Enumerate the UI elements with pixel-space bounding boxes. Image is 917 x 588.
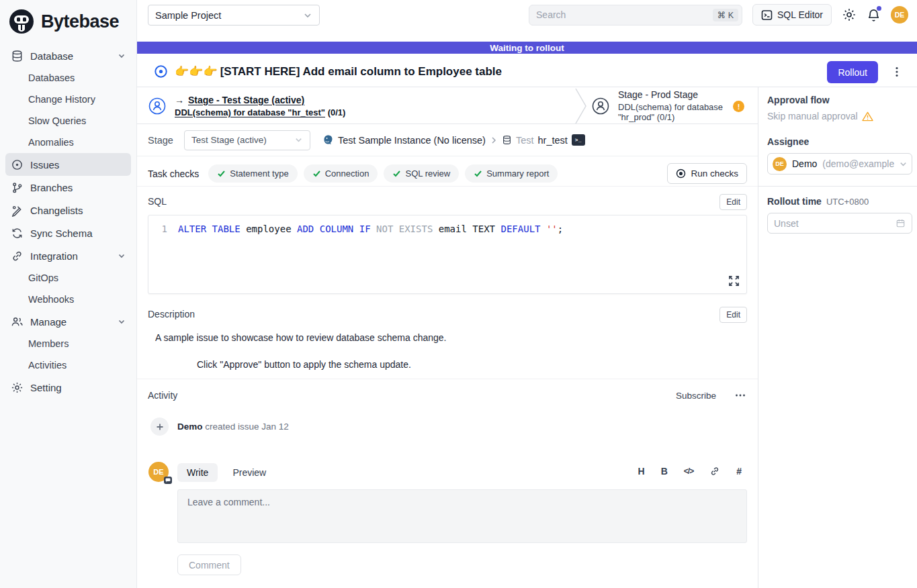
tab-write[interactable]: Write xyxy=(177,463,218,482)
stage-person-icon xyxy=(148,97,166,115)
stage-name: Stage - Prod Stage xyxy=(618,89,698,100)
comment-submit-button[interactable]: Comment xyxy=(177,554,241,575)
activity-label: Activity xyxy=(148,390,177,401)
bytebase-logo-icon xyxy=(8,8,35,35)
link-icon xyxy=(709,466,720,477)
sql-token: TEXT xyxy=(472,222,500,236)
database-icon xyxy=(11,50,24,62)
check-pill-sql-review[interactable]: SQL review xyxy=(384,164,459,183)
sidebar-item-label: Setting xyxy=(30,382,62,393)
database-environment: Test xyxy=(516,135,534,146)
expand-editor-button[interactable] xyxy=(727,274,741,288)
rollout-time-picker[interactable] xyxy=(767,213,912,234)
calendar-icon xyxy=(896,218,906,228)
sql-section-header: SQL Edit xyxy=(148,196,758,207)
sidebar-item-label: Branches xyxy=(30,182,73,193)
brand-logo[interactable]: Bytebase xyxy=(0,0,136,42)
comment-input[interactable] xyxy=(177,489,747,543)
description-section-header: Description Edit xyxy=(148,309,758,320)
open-sql-editor-icon[interactable]: >_ xyxy=(572,134,585,146)
sql-token: '' xyxy=(546,222,558,236)
run-checks-button[interactable]: Run checks xyxy=(667,163,747,184)
stage-card-test[interactable]: →Stage - Test Stage (active) DDL(schema)… xyxy=(148,88,345,124)
stage-warning-icon: ! xyxy=(733,101,744,112)
sidebar-item-label: Integration xyxy=(30,250,78,262)
sidebar-item-webhooks[interactable]: Webhooks xyxy=(5,289,131,310)
sidebar-item-gitops[interactable]: GitOps xyxy=(5,267,131,289)
active-stage-arrow: → xyxy=(175,95,184,105)
hash-button[interactable]: # xyxy=(736,466,742,477)
description-body: A sample issue to showcase how to review… xyxy=(155,331,446,371)
sidebar-item-integration[interactable]: Integration xyxy=(5,244,131,267)
divider xyxy=(137,379,758,379)
check-pill-summary-report[interactable]: Summary report xyxy=(465,164,558,183)
check-icon xyxy=(312,169,321,178)
activity-more-button[interactable] xyxy=(734,392,747,399)
stage-task-count: (0/1) xyxy=(657,112,675,122)
warning-triangle-icon xyxy=(862,111,873,121)
tab-preview[interactable]: Preview xyxy=(223,463,275,482)
settings-button[interactable] xyxy=(842,7,857,22)
sql-token: email xyxy=(439,222,473,236)
notifications-button[interactable] xyxy=(867,7,881,22)
sql-edit-button[interactable]: Edit xyxy=(719,194,747,210)
database-breadcrumb: Test Sample Instance (No license) Test h… xyxy=(322,134,585,146)
check-pill-label: SQL review xyxy=(405,168,450,179)
sidebar-item-label: Slow Queries xyxy=(28,115,86,126)
stage-selector-row: Stage Test Stage (active) Test Sample In… xyxy=(137,124,758,156)
sidebar-item-label: GitOps xyxy=(28,273,58,283)
sql-editor-button[interactable]: SQL Editor xyxy=(752,4,832,26)
instance-name[interactable]: Test Sample Instance (No license) xyxy=(338,135,486,146)
link-button[interactable] xyxy=(709,466,720,477)
sidebar-item-database[interactable]: Database xyxy=(5,44,131,67)
sidebar-item-anomalies[interactable]: Anomalies xyxy=(5,132,131,153)
activity-actor[interactable]: Demo xyxy=(177,422,203,432)
description-edit-button[interactable]: Edit xyxy=(719,307,747,323)
check-pill-statement-type[interactable]: Statement type xyxy=(208,164,297,183)
sidebar-item-issues[interactable]: Issues xyxy=(5,153,131,176)
link-icon xyxy=(11,250,24,262)
sql-editor[interactable]: 1 ALTER TABLE employee ADD COLUMN IF NOT… xyxy=(148,215,747,294)
assignee-select[interactable]: DE Demo (demo@example xyxy=(767,153,912,175)
sidebar-item-branches[interactable]: Branches xyxy=(5,176,131,199)
sidebar-item-sync-schema[interactable]: Sync Schema xyxy=(5,222,131,244)
stage-select-value: Test Stage (active) xyxy=(191,135,267,145)
bold-button[interactable]: B xyxy=(661,466,668,477)
user-avatar[interactable]: DE xyxy=(891,6,908,23)
stage-flow: →Stage - Test Stage (active) DDL(schema)… xyxy=(137,88,758,124)
sql-label: SQL xyxy=(148,196,167,207)
create-event-icon xyxy=(150,418,169,436)
sidebar-item-label: Anomalies xyxy=(28,137,74,148)
kebab-icon xyxy=(891,66,902,78)
code-button[interactable]: </> xyxy=(684,467,693,476)
sidebar-item-manage[interactable]: Manage xyxy=(5,310,131,333)
sidebar-item-changelists[interactable]: Changelists xyxy=(5,199,131,222)
sql-token: NOT EXISTS xyxy=(376,222,439,236)
sidebar-item-databases[interactable]: Databases xyxy=(5,67,131,89)
description-label: Description xyxy=(148,309,195,320)
chevron-down-icon xyxy=(118,317,126,326)
heading-button[interactable]: H xyxy=(638,466,645,477)
stage-select[interactable]: Test Stage (active) xyxy=(184,130,310,150)
changelist-icon xyxy=(11,204,24,217)
check-pill-connection[interactable]: Connection xyxy=(304,164,378,183)
check-pill-label: Statement type xyxy=(230,168,288,179)
plus-icon xyxy=(156,423,164,431)
sidebar-item-slow-queries[interactable]: Slow Queries xyxy=(5,110,131,132)
rollout-button[interactable]: Rollout xyxy=(827,61,878,83)
sidebar-item-label: Members xyxy=(28,338,69,349)
assignee-email: (demo@example xyxy=(822,158,894,169)
sidebar-item-label: Issues xyxy=(30,159,59,170)
sidebar-item-change-history[interactable]: Change History xyxy=(5,89,131,110)
stage-task-count: (0/1) xyxy=(328,107,346,117)
kebab-menu-button[interactable] xyxy=(890,64,904,79)
sidebar-item-activities[interactable]: Activities xyxy=(5,354,131,376)
subscribe-button[interactable]: Subscribe xyxy=(676,391,716,401)
database-name[interactable]: hr_test xyxy=(538,135,568,146)
rollout-time-input[interactable] xyxy=(774,218,896,229)
sidebar-item-members[interactable]: Members xyxy=(5,333,131,354)
chevron-right-icon xyxy=(490,136,498,144)
sidebar-item-setting[interactable]: Setting xyxy=(5,376,131,399)
sidebar-item-label: Changelists xyxy=(30,205,83,216)
issue-side-panel: Approval flow Skip manual approval Assig… xyxy=(758,87,917,588)
